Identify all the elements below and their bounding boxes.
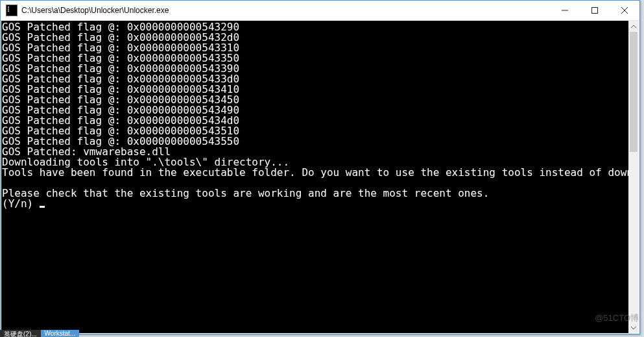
window-title: C:\Users\a\Desktop\Unlocker\Unlocker.exe bbox=[21, 6, 550, 15]
console-output: GOS Patched flag @: 0x0000000000543290 G… bbox=[1, 21, 628, 209]
taskbar-item[interactable]: 英硬盘(2)... bbox=[0, 330, 41, 337]
scroll-down-arrow-icon[interactable] bbox=[628, 322, 639, 333]
window-controls bbox=[550, 1, 639, 20]
maximize-button[interactable] bbox=[580, 1, 610, 20]
taskbar-fragment: 英硬盘(2)...Workstat... bbox=[0, 330, 169, 337]
vertical-scrollbar[interactable] bbox=[628, 21, 639, 333]
titlebar[interactable]: C:\Users\a\Desktop\Unlocker\Unlocker.exe bbox=[1, 1, 639, 21]
taskbar-item[interactable]: Workstat... bbox=[41, 330, 80, 337]
svg-rect-1 bbox=[592, 8, 598, 14]
scroll-up-arrow-icon[interactable] bbox=[628, 21, 639, 32]
console-window: C:\Users\a\Desktop\Unlocker\Unlocker.exe… bbox=[0, 0, 640, 334]
app-icon bbox=[6, 5, 18, 16]
scroll-thumb[interactable] bbox=[630, 32, 638, 152]
close-button[interactable] bbox=[610, 1, 639, 20]
minimize-button[interactable] bbox=[550, 1, 580, 20]
console-client-area[interactable]: GOS Patched flag @: 0x0000000000543290 G… bbox=[1, 21, 628, 333]
text-cursor bbox=[40, 206, 45, 208]
